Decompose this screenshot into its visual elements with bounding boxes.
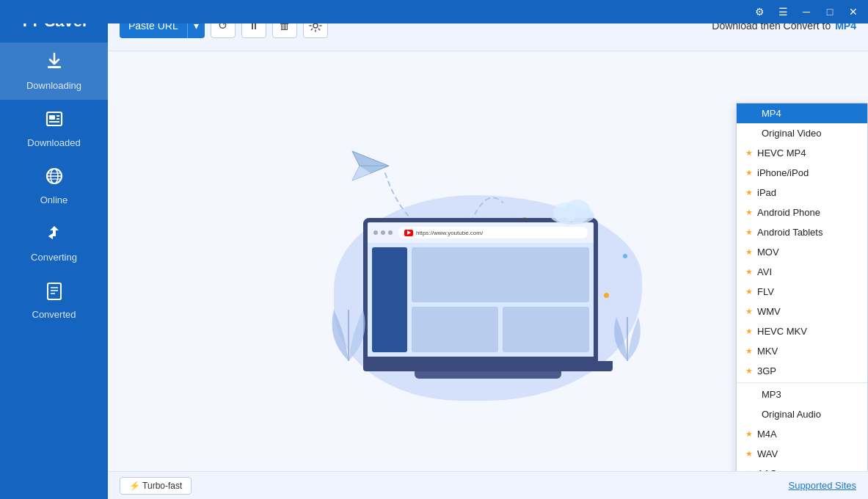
dropdown-item-flv[interactable]: ★FLV xyxy=(737,282,867,302)
dropdown-item-mkv[interactable]: ★MKV xyxy=(737,341,867,361)
laptop-base xyxy=(363,361,613,371)
settings-button[interactable]: ⚙ xyxy=(748,0,771,23)
dropdown-item-label: FLV xyxy=(757,286,774,297)
format-dropdown[interactable]: MP4Original Video★HEVC MP4★iPhone/iPod★i… xyxy=(736,103,868,471)
browser-dot-2 xyxy=(381,230,385,235)
dropdown-item-android-phone[interactable]: ★Android Phone xyxy=(737,203,867,222)
dropdown-item-label: Android Phone xyxy=(757,207,820,218)
download-icon xyxy=(44,51,65,77)
dropdown-item-label: HEVC MKV xyxy=(757,326,807,337)
dropdown-item-original-audio[interactable]: Original Audio xyxy=(737,404,867,424)
sidebar-label-online: Online xyxy=(40,194,68,205)
svg-point-15 xyxy=(313,23,318,28)
star-icon: ★ xyxy=(745,346,753,356)
svg-rect-3 xyxy=(56,115,59,117)
footer: ⚡ Turbo-fast Supported Sites xyxy=(108,471,868,499)
sidebar-item-downloading[interactable]: Downloading xyxy=(0,43,108,100)
sidebar-item-converting[interactable]: Converting xyxy=(0,214,108,272)
illustration: https://www.youtube.com/ xyxy=(304,107,671,415)
dropdown-item-label: MP3 xyxy=(762,389,781,400)
dropdown-item-label: WMV xyxy=(757,306,781,317)
turbo-label: ⚡ Turbo-fast xyxy=(129,481,182,491)
sidebar-item-converted[interactable]: Converted xyxy=(0,272,108,329)
sidebar-item-online[interactable]: Online xyxy=(0,157,108,214)
dropdown-item-label: AAC xyxy=(757,468,777,471)
youtube-icon xyxy=(404,230,413,236)
dropdown-item-3gp[interactable]: ★3GP xyxy=(737,361,867,381)
downloaded-icon xyxy=(44,109,65,134)
minimize-button[interactable]: ─ xyxy=(795,0,818,23)
sidebar-item-downloaded[interactable]: Downloaded xyxy=(0,100,108,157)
star-icon: ★ xyxy=(745,227,753,237)
sidebar-label-converting: Converting xyxy=(31,252,77,263)
dropdown-item-label: 3GP xyxy=(757,365,776,376)
dropdown-item-hevc-mp4[interactable]: ★HEVC MP4 xyxy=(737,143,867,163)
star-icon: ★ xyxy=(745,247,753,257)
main-content: Paste URL ▾ ↺ ⏸ 🗑 Download then Convert … xyxy=(108,0,868,499)
dropdown-separator xyxy=(737,382,867,383)
dropdown-item-label: HEVC MP4 xyxy=(757,147,806,159)
dropdown-item-mp4[interactable]: MP4 xyxy=(737,103,867,123)
maximize-button[interactable]: □ xyxy=(818,0,842,23)
dropdown-item-mp3[interactable]: MP3 xyxy=(737,385,867,404)
dropdown-item-label: MP4 xyxy=(762,108,781,119)
star-icon: ★ xyxy=(745,267,753,277)
browser-dot-3 xyxy=(388,230,393,235)
star-icon: ★ xyxy=(745,188,753,197)
dropdown-item-label: MOV xyxy=(757,247,779,258)
dropdown-item-label: iPad xyxy=(757,187,776,198)
window-controls: ⚙ ☰ ─ □ ✕ xyxy=(748,0,865,23)
dropdown-item-wav[interactable]: ★WAV xyxy=(737,444,867,464)
star-icon: ★ xyxy=(745,366,753,376)
menu-button[interactable]: ☰ xyxy=(771,0,795,23)
browser-dot-1 xyxy=(373,230,378,235)
dropdown-item-label: Original Audio xyxy=(762,409,821,420)
turbo-badge: ⚡ Turbo-fast xyxy=(120,477,192,495)
star-icon: ★ xyxy=(745,449,753,459)
sidebar-label-downloading: Downloading xyxy=(26,80,81,91)
dropdown-item-hevc-mkv[interactable]: ★HEVC MKV xyxy=(737,321,867,341)
svg-rect-5 xyxy=(49,121,59,123)
converting-icon xyxy=(44,223,65,249)
dropdown-item-original-video[interactable]: Original Video xyxy=(737,123,867,143)
dropdown-item-wmv[interactable]: ★WMV xyxy=(737,302,867,321)
dropdown-item-ipad[interactable]: ★iPad xyxy=(737,183,867,203)
browser-url: https://www.youtube.com/ xyxy=(416,230,483,236)
supported-sites-link[interactable]: Supported Sites xyxy=(788,480,856,491)
browser-address-bar: https://www.youtube.com/ xyxy=(398,227,588,238)
laptop-stand xyxy=(415,371,561,379)
laptop-screen: https://www.youtube.com/ xyxy=(363,218,598,361)
cloud-decoration xyxy=(547,195,598,227)
svg-rect-4 xyxy=(56,118,59,120)
leaf-left xyxy=(319,295,378,371)
hero-area: https://www.youtube.com/ xyxy=(108,51,868,471)
dot-blue-2 xyxy=(623,254,627,258)
dropdown-item-m4a[interactable]: ★M4A xyxy=(737,424,867,444)
star-icon: ★ xyxy=(745,469,753,471)
star-icon: ★ xyxy=(745,168,753,178)
dropdown-item-label: iPhone/iPod xyxy=(757,167,809,178)
dropdown-item-aac[interactable]: ★AAC xyxy=(737,464,867,471)
star-icon: ★ xyxy=(745,429,753,439)
dropdown-item-label: Android Tablets xyxy=(757,227,823,238)
star-icon: ★ xyxy=(745,287,753,296)
svg-point-24 xyxy=(564,200,591,223)
dropdown-item-label: WAV xyxy=(757,448,778,459)
converted-icon xyxy=(44,280,65,306)
dropdown-item-android-tablets[interactable]: ★Android Tablets xyxy=(737,222,867,242)
dropdown-item-avi[interactable]: ★AVI xyxy=(737,262,867,282)
star-icon: ★ xyxy=(745,148,753,158)
sidebar-label-downloaded: Downloaded xyxy=(27,137,80,148)
dropdown-item-label: Original Video xyxy=(762,128,821,139)
close-button[interactable]: ✕ xyxy=(842,0,865,23)
sidebar: YT Saver Downloading Downloaded xyxy=(0,0,108,499)
online-icon xyxy=(44,166,65,192)
sidebar-label-converted: Converted xyxy=(32,309,76,320)
dropdown-item-mov[interactable]: ★MOV xyxy=(737,242,867,262)
star-icon: ★ xyxy=(745,307,753,316)
leaf-right xyxy=(605,310,649,371)
laptop-illustration: https://www.youtube.com/ xyxy=(363,218,613,379)
svg-rect-2 xyxy=(49,115,55,120)
dropdown-item-iphone-ipod[interactable]: ★iPhone/iPod xyxy=(737,163,867,183)
dropdown-item-label: M4A xyxy=(757,429,777,440)
